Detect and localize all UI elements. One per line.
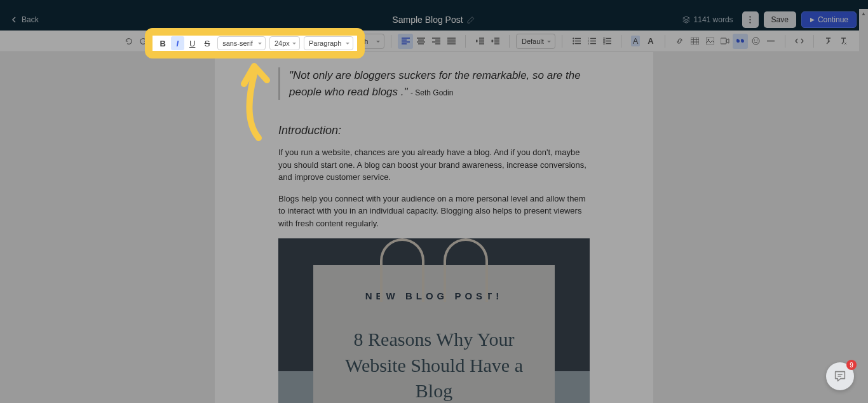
- checklist-button[interactable]: [599, 34, 614, 49]
- svg-rect-12: [691, 38, 699, 44]
- svg-rect-10: [603, 40, 605, 42]
- word-count: 1141 words: [682, 15, 733, 24]
- align-right-button[interactable]: [428, 34, 444, 49]
- svg-rect-9: [603, 38, 605, 39]
- layers-icon: [682, 15, 691, 24]
- strikethrough-button[interactable]: S: [212, 34, 227, 49]
- svg-point-2: [749, 22, 750, 23]
- chat-icon: [833, 369, 847, 383]
- scrollbar[interactable]: ▲: [859, 9, 868, 403]
- code-button[interactable]: [792, 34, 807, 49]
- arrow-left-icon: [11, 17, 18, 23]
- video-button[interactable]: [717, 34, 733, 49]
- scroll-up-icon[interactable]: ▲: [859, 9, 868, 18]
- header-bar: Back Sample Blog Post 1141 words Save Co…: [0, 9, 868, 31]
- emoji-button[interactable]: [748, 34, 763, 49]
- italic-icon: I: [187, 36, 190, 46]
- font-size-select[interactable]: 24px: [292, 34, 325, 49]
- video-icon: [721, 38, 729, 44]
- intro-heading[interactable]: Introduction:: [278, 124, 590, 137]
- bold-button[interactable]: B: [166, 34, 181, 49]
- word-count-text: 1141 words: [694, 15, 733, 24]
- hr-icon: [767, 40, 775, 42]
- quote-icon: [736, 38, 745, 44]
- indent-icon: [491, 38, 499, 44]
- font-family-select[interactable]: sans-serif: [232, 34, 287, 49]
- bullet-list-button[interactable]: [569, 34, 584, 49]
- paragraph-select[interactable]: Paragraph: [330, 34, 384, 49]
- blockquote-button[interactable]: [733, 34, 748, 49]
- highlight-button[interactable]: A: [628, 34, 643, 49]
- underline-button[interactable]: U: [196, 34, 212, 49]
- back-button[interactable]: Back: [11, 15, 39, 24]
- svg-rect-15: [721, 38, 726, 44]
- book-rings-decor: [380, 238, 488, 302]
- svg-point-5: [573, 43, 574, 44]
- toolbar: B I U S sans-serif 24px Paragraph Defaul…: [0, 31, 868, 52]
- dots-vertical-icon: [749, 16, 751, 24]
- eraser-button[interactable]: [836, 34, 851, 49]
- align-center-button[interactable]: [413, 34, 428, 49]
- clear-format-icon: [824, 37, 832, 45]
- code-icon: [795, 38, 804, 44]
- outdent-button[interactable]: [472, 34, 487, 49]
- top-strip: [0, 0, 868, 9]
- chat-widget[interactable]: 9: [826, 362, 854, 390]
- hr-button[interactable]: [763, 34, 778, 49]
- hero-image[interactable]: NEW BLOG POST! 8 Reasons Why Your Websit…: [278, 238, 590, 403]
- align-left-button[interactable]: [398, 34, 413, 49]
- image-icon: [706, 38, 714, 44]
- paragraph-2[interactable]: Blogs help you connect with your audienc…: [278, 193, 590, 230]
- svg-point-1: [749, 19, 750, 20]
- header-right: 1141 words Save Continue: [682, 11, 857, 28]
- svg-point-4: [573, 40, 574, 41]
- eraser-icon: [839, 37, 848, 45]
- table-icon: [691, 38, 699, 44]
- undo-icon: [124, 37, 133, 46]
- align-justify-icon: [447, 38, 456, 44]
- text-color-button[interactable]: A: [643, 34, 658, 49]
- quote-author[interactable]: - Seth Godin: [410, 88, 453, 97]
- text-color-icon: A: [648, 36, 653, 46]
- svg-point-18: [756, 39, 757, 41]
- bold-icon: B: [170, 36, 176, 46]
- page-title-wrap: Sample Blog Post: [392, 15, 475, 25]
- align-right-icon: [432, 38, 440, 44]
- save-button[interactable]: Save: [764, 11, 796, 28]
- align-center-icon: [417, 38, 425, 44]
- more-button[interactable]: [742, 11, 759, 28]
- table-button[interactable]: [687, 34, 702, 49]
- svg-point-16: [752, 38, 759, 44]
- continue-button[interactable]: Continue: [801, 11, 857, 28]
- clear-format-button[interactable]: [820, 34, 836, 49]
- svg-rect-11: [603, 43, 605, 44]
- emoji-icon: [752, 37, 760, 45]
- indent-button[interactable]: [487, 34, 503, 49]
- strikethrough-icon: S: [217, 36, 222, 46]
- chat-badge: 9: [846, 360, 857, 370]
- highlight-icon: A: [631, 36, 641, 46]
- svg-point-0: [749, 16, 750, 17]
- svg-text:3: 3: [588, 42, 590, 44]
- align-left-icon: [402, 38, 410, 44]
- canvas: "Not only are bloggers suckers for the r…: [0, 52, 868, 403]
- hero-title: 8 Reasons Why Your Website Should Have a…: [332, 327, 536, 403]
- redo-button[interactable]: [136, 34, 151, 49]
- link-button[interactable]: [672, 34, 687, 49]
- paragraph-1[interactable]: If you run a website, chances are you al…: [278, 146, 590, 184]
- svg-point-3: [573, 38, 574, 39]
- undo-button[interactable]: [121, 34, 136, 49]
- checklist-icon: [603, 38, 611, 44]
- bullet-list-icon: [573, 38, 581, 44]
- back-label: Back: [22, 15, 39, 24]
- underline-icon: U: [201, 36, 207, 46]
- redo-icon: [139, 37, 148, 46]
- italic-button[interactable]: I: [181, 34, 196, 49]
- link-icon: [675, 37, 684, 45]
- align-justify-button[interactable]: [444, 34, 459, 49]
- pencil-icon[interactable]: [467, 15, 476, 24]
- numbered-list-button[interactable]: 123: [584, 34, 599, 49]
- image-button[interactable]: [702, 34, 717, 49]
- document-page[interactable]: "Not only are bloggers suckers for the r…: [215, 52, 653, 403]
- line-height-select[interactable]: Default: [516, 34, 555, 49]
